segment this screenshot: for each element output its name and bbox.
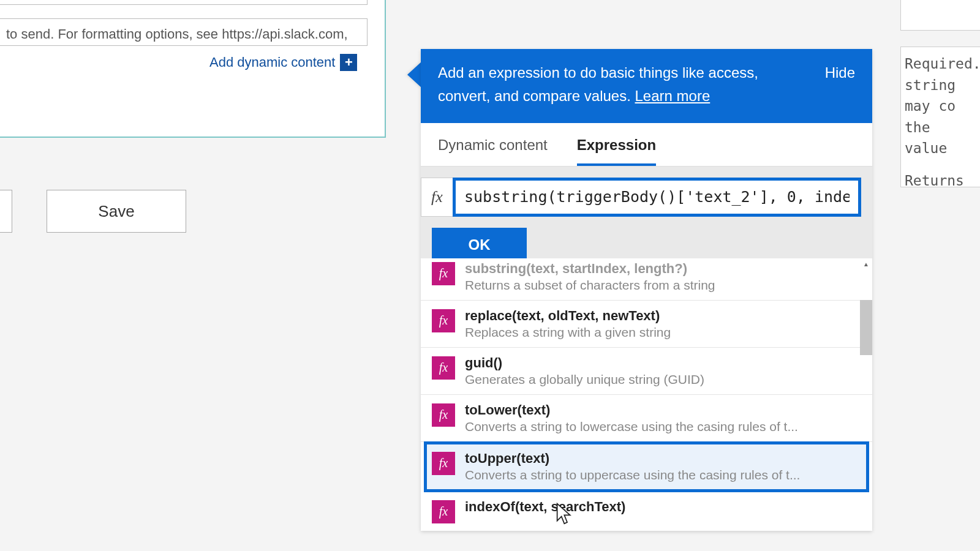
fx-badge-icon: fx: [432, 500, 455, 523]
small-input[interactable]: [0, 0, 368, 5]
doc-line: string: [905, 75, 976, 96]
popout-header: Add an expression to do basic things lik…: [421, 49, 872, 123]
mouse-cursor-icon: [554, 502, 571, 525]
popout-tabs: Dynamic content Expression: [421, 123, 872, 167]
function-item-indexof[interactable]: fx indexOf(text, searchText): [421, 492, 872, 531]
function-list: fx substring(text, startIndex, length?) …: [421, 258, 872, 531]
function-description: Converts a string to lowercase using the…: [465, 419, 798, 434]
function-signature: guid(): [465, 355, 704, 371]
doc-line: Returns: [905, 170, 976, 192]
save-button[interactable]: Save: [47, 190, 186, 233]
right-box-doc: Required. string may co the value Return…: [900, 47, 980, 187]
plus-icon: +: [340, 54, 357, 71]
function-item-guid[interactable]: fx guid() Generates a globally unique st…: [421, 348, 872, 395]
cut-button-left[interactable]: [0, 190, 12, 233]
action-card: to send. For formatting options, see htt…: [0, 0, 386, 138]
scroll-thumb[interactable]: [860, 300, 872, 355]
add-dynamic-content-label: Add dynamic content: [209, 54, 335, 70]
tab-dynamic-content[interactable]: Dynamic content: [438, 137, 548, 166]
function-signature: toLower(text): [465, 402, 798, 418]
learn-more-link[interactable]: Learn more: [635, 88, 710, 104]
hide-button[interactable]: Hide: [825, 61, 855, 108]
function-item-toupper[interactable]: fx toUpper(text) Converts a string to up…: [426, 443, 867, 490]
function-item-replace[interactable]: fx replace(text, oldText, newText) Repla…: [421, 301, 872, 348]
function-signature: replace(text, oldText, newText): [465, 308, 671, 324]
fx-badge-icon: fx: [432, 403, 455, 427]
popout-arrow-icon: [407, 61, 422, 88]
function-item-tolower[interactable]: fx toLower(text) Converts a string to lo…: [421, 395, 872, 442]
function-item-substring[interactable]: fx substring(text, startIndex, length?) …: [421, 258, 872, 301]
doc-line: the value: [905, 117, 976, 159]
expression-input-wrap: [453, 178, 861, 217]
fx-icon: fx: [421, 178, 453, 217]
function-list-scrollbar[interactable]: ▲: [860, 258, 872, 531]
function-signature: substring(text, startIndex, length?): [465, 261, 715, 277]
doc-line: may co: [905, 96, 976, 117]
fx-badge-icon: fx: [432, 262, 455, 285]
ok-button[interactable]: OK: [432, 228, 527, 262]
right-box-top: [900, 0, 980, 31]
function-description: Generates a globally unique string (GUID…: [465, 372, 704, 387]
function-description: Replaces a string with a given string: [465, 325, 671, 340]
expression-popout: Add an expression to do basic things lik…: [421, 49, 872, 531]
doc-line: Required.: [905, 53, 976, 75]
right-doc-panel: Required. string may co the value Return…: [900, 0, 980, 187]
fx-badge-icon: fx: [432, 356, 455, 380]
expression-bar: fx: [421, 167, 872, 228]
tab-expression[interactable]: Expression: [577, 137, 656, 166]
expression-input[interactable]: [464, 188, 850, 206]
popout-header-text: Add an expression to do basic things lik…: [438, 64, 758, 104]
function-signature: toUpper(text): [465, 451, 800, 467]
fx-badge-icon: fx: [432, 452, 455, 475]
function-description: Converts a string to uppercase using the…: [465, 468, 800, 482]
ok-row: OK: [421, 228, 872, 262]
function-signature: indexOf(text, searchText): [465, 499, 625, 515]
add-dynamic-content-link[interactable]: Add dynamic content +: [209, 54, 357, 71]
function-description: Returns a subset of characters from a st…: [465, 278, 715, 293]
fx-badge-icon: fx: [432, 309, 455, 332]
scroll-up-icon[interactable]: ▲: [860, 258, 872, 271]
message-input[interactable]: to send. For formatting options, see htt…: [0, 18, 368, 46]
